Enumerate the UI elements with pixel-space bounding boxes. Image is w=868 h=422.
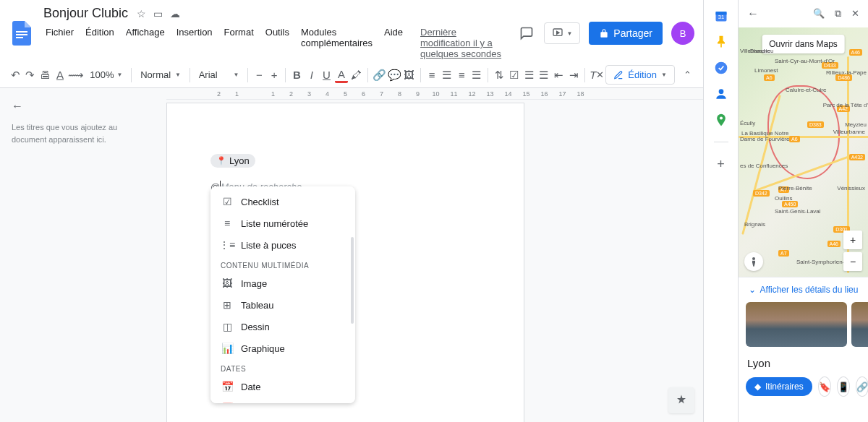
show-details-button[interactable]: ⌄ Afficher les détails du lieu: [739, 277, 868, 302]
road-tag: A46: [849, 49, 862, 56]
bullet-list-button[interactable]: ☰: [522, 66, 536, 85]
move-icon[interactable]: ▭: [153, 8, 163, 20]
add-addon-icon[interactable]: +: [714, 157, 728, 171]
menu-format[interactable]: Format: [219, 24, 259, 62]
zoom-select[interactable]: 100%▼: [85, 66, 127, 83]
font-size-increase[interactable]: +: [268, 66, 281, 85]
present-button[interactable]: ▼: [544, 22, 580, 44]
menu-tools[interactable]: Outils: [260, 24, 294, 62]
map-label: Dame de Fourvière: [740, 136, 789, 142]
clear-format-button[interactable]: T✕: [590, 66, 604, 85]
directions-button[interactable]: ◆ Itinéraires: [746, 377, 812, 396]
checklist-button[interactable]: ☑: [508, 66, 522, 85]
menu-file[interactable]: Fichier: [41, 24, 79, 62]
place-chip[interactable]: 📍 Lyon: [210, 154, 255, 168]
dd-today[interactable]: 📅 Date du jour: [210, 397, 355, 403]
avatar[interactable]: B: [671, 22, 694, 45]
star-icon[interactable]: ☆: [137, 8, 146, 20]
dd-drawing[interactable]: ◫ Dessin: [210, 316, 355, 337]
pegman-button[interactable]: [744, 252, 763, 271]
search-icon[interactable]: 🔍: [813, 8, 825, 20]
italic-button[interactable]: I: [305, 66, 319, 85]
map-label: Rillieux-la-Pape: [826, 69, 867, 76]
last-modified[interactable]: Dernière modification il y a quelques se…: [415, 24, 512, 62]
spellcheck-button[interactable]: A: [54, 66, 67, 85]
open-in-maps-button[interactable]: Ouvrir dans Maps: [762, 35, 845, 53]
horizontal-ruler[interactable]: 2 1 1 2 3 4 5 6 7 8 9 10 11 12 13 14 15 …: [166, 88, 703, 100]
text-color-button[interactable]: A: [335, 67, 349, 83]
doc-title[interactable]: Bonjour Clubic: [41, 4, 131, 22]
paint-format-button[interactable]: ⟿: [68, 66, 84, 85]
dd-image[interactable]: 🖼 Image: [210, 272, 355, 294]
outline-back-button[interactable]: ←: [12, 100, 23, 113]
calendar-icon[interactable]: 31: [714, 9, 728, 23]
image-icon: 🖼: [221, 277, 234, 290]
cloud-icon[interactable]: ☁: [170, 8, 180, 20]
contacts-icon[interactable]: [714, 87, 728, 101]
menu-insert[interactable]: Insertion: [171, 24, 218, 62]
dd-bullet-list[interactable]: ⋮≡ Liste à puces: [210, 234, 355, 256]
dd-date[interactable]: 📅 Date: [210, 376, 355, 397]
dd-header-dates: DATES: [210, 359, 355, 376]
indent-decrease-button[interactable]: ⇤: [552, 66, 566, 85]
document-page[interactable]: 📍 Lyon @ Menu de recherche ☑ Checklist ≡: [166, 103, 524, 422]
line-spacing-button[interactable]: ⇅: [493, 66, 506, 85]
dd-table[interactable]: ⊞ Tableau: [210, 294, 355, 316]
print-button[interactable]: 🖶: [38, 66, 52, 85]
menu-edit[interactable]: Édition: [80, 24, 119, 62]
save-place-button[interactable]: 🔖: [818, 376, 831, 397]
underline-button[interactable]: U: [320, 66, 333, 85]
tasks-icon[interactable]: [714, 61, 728, 75]
map-label: Pierre-Bénite: [778, 185, 812, 191]
explore-button[interactable]: [668, 387, 694, 413]
keep-icon[interactable]: [714, 35, 728, 49]
link-button[interactable]: 🔗: [373, 66, 386, 85]
toolbar: ↶ ↷ 🖶 A ⟿ 100%▼ Normal▼ Arial▼ − + B I U…: [0, 62, 703, 88]
indent-increase-button[interactable]: ⇥: [567, 66, 581, 85]
redo-button[interactable]: ↷: [24, 66, 38, 85]
mode-button[interactable]: Édition ▼: [605, 65, 675, 85]
style-select[interactable]: Normal▼: [136, 66, 185, 83]
chevron-down-icon: ⌄: [749, 285, 756, 295]
menu-help[interactable]: Aide: [379, 24, 408, 62]
comment-button[interactable]: 💬: [388, 66, 401, 85]
align-center-button[interactable]: ☰: [441, 66, 454, 85]
dd-checklist[interactable]: ☑ Checklist: [210, 191, 355, 212]
dropdown-scrollbar[interactable]: [351, 237, 354, 324]
align-right-button[interactable]: ≡: [455, 66, 469, 85]
menu-view[interactable]: Affichage: [121, 24, 170, 62]
dd-chart[interactable]: 📊 Graphique: [210, 337, 355, 359]
close-icon[interactable]: ✕: [851, 8, 859, 20]
open-external-icon[interactable]: ⧉: [835, 8, 841, 20]
numbered-list-button[interactable]: ☰: [537, 66, 551, 85]
collapse-toolbar-button[interactable]: ⌃: [681, 66, 694, 83]
maps-back-button[interactable]: ←: [747, 7, 759, 20]
checklist-icon: ☑: [221, 195, 234, 208]
photo-thumbnail[interactable]: [746, 302, 847, 347]
road-tag: A6: [789, 136, 800, 142]
font-size-decrease[interactable]: −: [252, 66, 266, 85]
map-view[interactable]: Ouvrir dans Maps A46 A42 A6 A7 D383 D433…: [739, 27, 868, 277]
align-left-button[interactable]: ≡: [425, 66, 439, 85]
font-select[interactable]: Arial▼: [195, 66, 244, 83]
align-justify-button[interactable]: ☰: [470, 66, 484, 85]
maps-icon[interactable]: [714, 113, 728, 127]
docs-logo[interactable]: [9, 20, 35, 46]
map-label: Écully: [740, 120, 755, 126]
menu-addons[interactable]: Modules complémentaires: [296, 24, 378, 62]
vertical-ruler[interactable]: [159, 103, 166, 422]
bold-button[interactable]: B: [290, 66, 304, 85]
zoom-out-button[interactable]: −: [843, 252, 862, 271]
share-place-button[interactable]: 🔗: [856, 376, 868, 397]
svg-point-11: [752, 257, 755, 260]
send-to-phone-button[interactable]: 📱: [837, 376, 850, 397]
highlight-button[interactable]: 🖍: [349, 66, 363, 85]
zoom-in-button[interactable]: +: [843, 231, 862, 249]
dd-numbered-list[interactable]: ≡ Liste numérotée: [210, 212, 355, 234]
photo-thumbnail[interactable]: [851, 302, 868, 347]
image-button[interactable]: 🖼: [403, 66, 417, 85]
comments-icon[interactable]: [518, 25, 535, 42]
svg-text:31: 31: [718, 14, 723, 20]
share-button[interactable]: Partager: [589, 22, 663, 45]
undo-button[interactable]: ↶: [9, 66, 22, 85]
